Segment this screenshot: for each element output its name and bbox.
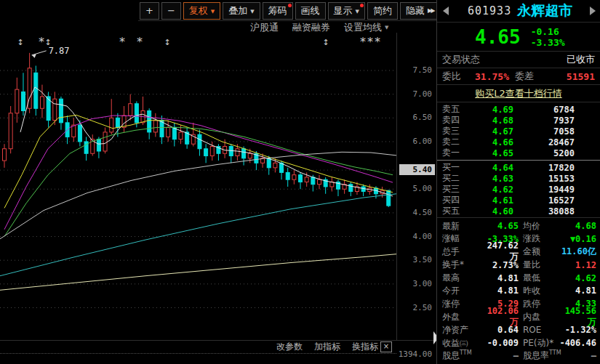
axis-label: 5.00 (413, 184, 433, 193)
stat-value: — (558, 351, 596, 361)
candle-down (59, 99, 63, 123)
indicator-link[interactable]: 加指标 (314, 341, 340, 353)
candle-down (311, 177, 315, 185)
candle-down (229, 146, 233, 155)
simple-mode-button[interactable]: 简约 (367, 2, 398, 20)
ma-line-ma250 (0, 254, 396, 291)
peak-price-annotation: 7.87 (49, 46, 70, 56)
chips-button[interactable]: 筹码 (263, 2, 293, 20)
submenu-margin-trading[interactable]: 融资融券 (292, 22, 330, 33)
candle-up (236, 149, 239, 156)
prev-stock-icon[interactable] (443, 7, 449, 15)
axis-label: 4.00 (413, 232, 433, 241)
ex-dividend-star-icon: * (375, 35, 380, 49)
axis-label: 7.00 (413, 89, 433, 99)
order-book-row[interactable]: 卖四4.687937 (437, 115, 600, 126)
order-book-row[interactable]: 卖三4.677058 (437, 126, 600, 137)
adjust-rights-button[interactable]: 复权▼ (183, 2, 220, 20)
zoom-in-button-label: + (145, 3, 153, 19)
candle-down (116, 118, 119, 127)
candle-down (21, 92, 25, 110)
axis-label: 6.50 (413, 113, 433, 122)
candle-up (167, 127, 170, 137)
stat-value: — (479, 351, 519, 361)
stat-label: 涨幅 (442, 232, 479, 245)
level-price: 4.69 (467, 105, 513, 115)
stat-label: 金额 (523, 246, 558, 258)
overlay-button[interactable]: 叠加▼ (223, 2, 260, 20)
display-button[interactable]: 显示▼ (328, 2, 365, 20)
order-book-row[interactable]: 卖二4.6628467 (437, 137, 600, 147)
chart-toolbar: +−复权▼叠加▼筹码画线显示▼简约隐藏▶▶ (140, 2, 463, 20)
zoom-out-button-label: − (167, 3, 175, 19)
order-book-row[interactable]: 卖一4.655200 (437, 147, 600, 158)
order-book: 卖五4.696784卖四4.687937卖三4.677058卖二4.662846… (437, 102, 600, 218)
hide-button[interactable]: 隐藏▶▶ (400, 2, 439, 20)
candle-up (122, 116, 126, 127)
adjust-rights-button-label: 复权 (189, 3, 208, 19)
stat-label: 最低 (523, 272, 558, 284)
order-book-row[interactable]: 买五4.6038088 (437, 206, 600, 217)
candle-up (273, 163, 277, 168)
candle-up (129, 104, 132, 116)
draw-line-button[interactable]: 画线 (295, 2, 326, 20)
level-volume: 7058 (513, 126, 575, 137)
candle-down (387, 190, 391, 206)
stat-label: 量比 (523, 259, 558, 271)
stat-label: 最高 (442, 272, 479, 284)
candle-up (40, 97, 44, 108)
stat-label: 收益㈢ (442, 337, 479, 349)
level-price: 4.64 (467, 163, 513, 173)
indicator-link[interactable]: 换指标 (352, 341, 378, 353)
stats-row: 最新4.65均价4.68 (437, 220, 600, 232)
caret-down-icon: ▼ (385, 25, 388, 31)
indicator-link[interactable]: 改参数 (276, 341, 303, 353)
stat-label: 股息TTM (442, 349, 479, 362)
level-price: 4.66 (467, 137, 513, 147)
next-stock-icon[interactable] (590, 7, 596, 15)
candle-down (204, 149, 208, 156)
toolbar-divider (138, 20, 436, 21)
level-price: 4.61 (467, 195, 513, 206)
submenu-hugutong[interactable]: 沪股通 (250, 22, 279, 33)
l2-quote-link[interactable]: 购买L2查看十档行情 (475, 87, 562, 100)
change-value: -0.16 (531, 26, 559, 37)
stat-value: 11.60亿 (558, 246, 596, 258)
stat-value: -406.46 (558, 338, 596, 348)
candle-up (305, 177, 308, 182)
level-price: 4.67 (467, 126, 513, 137)
order-book-row[interactable]: 买四4.6116527 (437, 195, 600, 206)
candle-down (198, 134, 201, 149)
stats-row: 今开4.81昨收4.81 (437, 285, 600, 296)
candle-up (15, 89, 19, 113)
stock-app-window: +−复权▼叠加▼筹码画线显示▼简约隐藏▶▶ 沪股通融资融券设置均线▼ ↕*↕**… (0, 0, 600, 364)
candle-down (97, 139, 100, 151)
candle-up (53, 99, 57, 120)
order-book-row[interactable]: 买一4.6417820 (437, 162, 600, 173)
candlestick-chart-canvas[interactable]: ↕*↕**↕↕***7.87 (0, 33, 396, 364)
order-book-row[interactable]: 买三4.6219449 (437, 184, 600, 195)
level-label: 买五 (442, 205, 467, 217)
zoom-out-button[interactable]: − (161, 2, 181, 20)
stat-label: 今开 (442, 285, 479, 297)
stat-value: 0.64 (479, 325, 519, 335)
ex-dividend-star-icon: * (119, 35, 125, 49)
ex-dividend-star-icon: * (367, 35, 373, 49)
close-indicator-icon[interactable]: × (380, 341, 392, 352)
volume-axis-label: 1394.00 (397, 349, 432, 359)
stat-label: 换手* (442, 259, 479, 271)
candle-up (179, 132, 183, 139)
price-axis: 7.507.006.506.005.004.504.003.503.002.50… (397, 33, 436, 364)
ma-line-ma5 (20, 87, 393, 196)
order-book-row[interactable]: 买二4.6315153 (437, 173, 600, 184)
last-price: 4.65 (475, 26, 521, 48)
stat-label: 外盘 (442, 311, 479, 323)
stat-value: -0.009 (479, 338, 519, 348)
zoom-in-button[interactable]: + (140, 2, 159, 20)
candle-down (349, 185, 353, 192)
ex-dividend-star-icon: * (360, 35, 366, 49)
double-arrow-icon: ▶▶ (428, 3, 433, 19)
order-book-row[interactable]: 卖五4.696784 (437, 104, 600, 115)
submenu-ma-settings[interactable]: 设置均线▼ (344, 22, 388, 33)
stats-row: 外盘102.06万内盘145.56万 (437, 311, 600, 323)
